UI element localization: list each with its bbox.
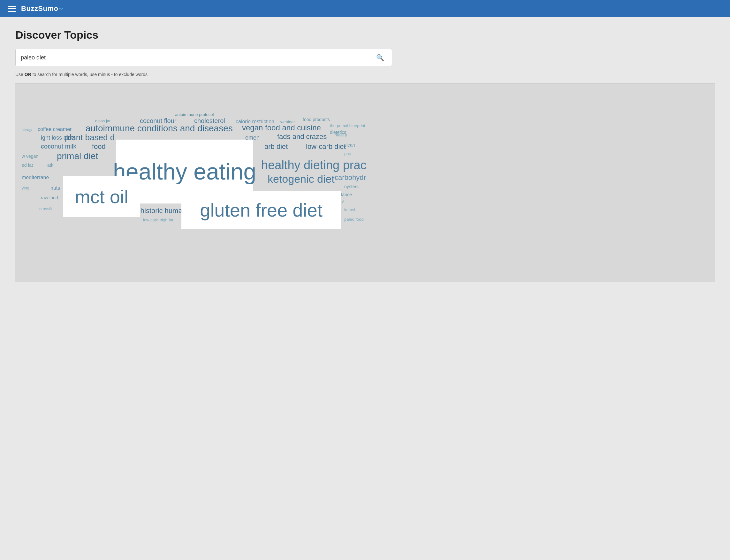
word-cloud-word[interactable]: ketogenic diet xyxy=(268,173,335,185)
word-cloud-inner: autoimmune protocolglass jarcoconut flou… xyxy=(22,93,708,272)
word-cloud-word[interactable]: fads and crazes xyxy=(277,133,327,141)
wifi-icon: ∼ xyxy=(58,6,63,12)
page-title: Discover Topics xyxy=(15,29,715,41)
word-cloud-word[interactable]: coconut milk xyxy=(41,143,76,150)
word-cloud-word[interactable]: healthy dieting prac xyxy=(261,159,366,172)
main-content: Discover Topics 🔍 Use OR to search for m… xyxy=(0,17,730,282)
word-cloud-word[interactable]: w vegan xyxy=(22,154,38,159)
word-cloud-word[interactable]: ketosi xyxy=(344,208,355,212)
highlight-box[interactable]: mct oil xyxy=(63,176,140,217)
logo-text: BuzzSumo xyxy=(21,4,58,12)
word-cloud-word[interactable]: nuts xyxy=(50,185,60,191)
word-cloud-word[interactable]: ed fat xyxy=(22,163,33,168)
search-icon: 🔍 xyxy=(376,54,384,61)
search-input[interactable] xyxy=(21,54,373,61)
word-cloud-area: autoimmune protocolglass jarcoconut flou… xyxy=(15,84,715,282)
highlight-text: gluten free diet xyxy=(200,199,323,221)
word-cloud-word[interactable]: low-carb diet xyxy=(306,143,346,150)
word-cloud-word[interactable]: low carb high fat xyxy=(143,218,173,222)
word-cloud-word[interactable]: vegan food and cuisine xyxy=(242,124,321,132)
word-cloud-word[interactable]: carbohydr xyxy=(335,174,366,181)
menu-icon[interactable] xyxy=(8,6,16,12)
word-cloud-word[interactable]: meal p xyxy=(335,133,347,137)
search-button[interactable]: 🔍 xyxy=(373,52,387,63)
word-cloud-word[interactable]: oysters xyxy=(344,184,359,189)
word-cloud-word[interactable]: atk xyxy=(47,163,53,168)
search-container: 🔍 xyxy=(15,49,392,66)
hint-text: Use OR to search for multiple words, use… xyxy=(15,72,715,77)
header: BuzzSumo∼ xyxy=(0,0,730,17)
hint-before: Use xyxy=(15,72,25,77)
hint-or: OR xyxy=(25,72,31,77)
word-cloud-word[interactable]: primal diet xyxy=(57,151,98,161)
highlight-text: mct oil xyxy=(75,186,128,207)
word-cloud-word[interactable]: mediterrane xyxy=(22,175,49,180)
word-cloud-word[interactable]: glass jar xyxy=(95,119,111,123)
word-cloud-word[interactable]: ying xyxy=(22,186,29,190)
word-cloud-word[interactable]: plant based d xyxy=(65,133,115,142)
logo: BuzzSumo∼ xyxy=(21,4,63,13)
word-cloud-word[interactable]: paleo food xyxy=(344,217,364,222)
word-cloud-word[interactable]: coffee creamer xyxy=(38,127,72,132)
hint-after: to search for multiple words, use minus … xyxy=(31,72,148,77)
word-cloud-word[interactable]: food xyxy=(92,143,106,150)
word-cloud-word[interactable]: clean xyxy=(344,143,355,148)
word-cloud-word[interactable]: autoimmune protocol xyxy=(175,112,214,117)
word-cloud-word[interactable]: allergy xyxy=(22,128,32,132)
word-cloud-word[interactable]: raw food xyxy=(41,196,58,200)
word-cloud-word[interactable]: crossfit xyxy=(39,207,52,211)
word-cloud-word[interactable]: arb diet xyxy=(265,143,288,150)
word-cloud-word[interactable]: prei xyxy=(344,151,351,156)
word-cloud-word[interactable]: the primal blueprint xyxy=(330,124,365,128)
word-cloud-word[interactable]: autoimmune conditions and diseases xyxy=(86,124,233,134)
highlight-box[interactable]: gluten free diet xyxy=(181,191,341,229)
word-cloud-word[interactable]: food products xyxy=(303,117,330,122)
